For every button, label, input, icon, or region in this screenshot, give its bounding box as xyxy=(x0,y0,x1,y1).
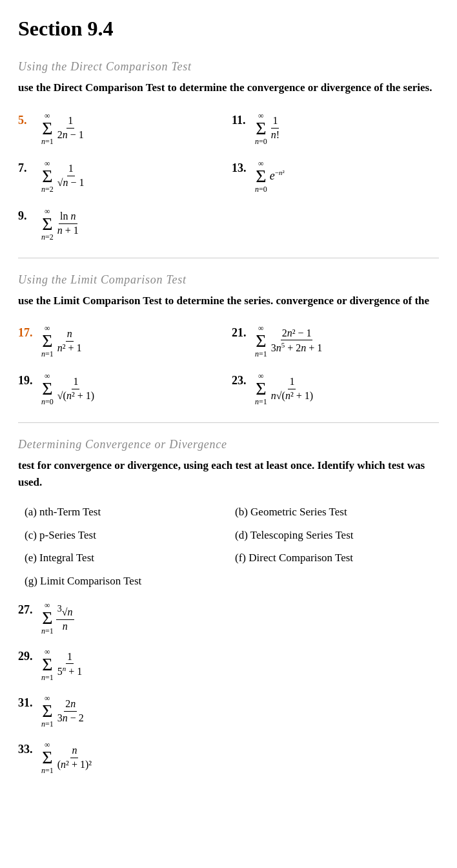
problem-23: 23. ∞ Σ n=1 1 n√(n² + 1) xyxy=(232,368,439,409)
sigma-9: ∞ Σ n=2 xyxy=(41,207,54,241)
sigma-27: ∞ Σ n=1 xyxy=(41,601,54,635)
problem-19: 19. ∞ Σ n=0 1 √(n² + 1) xyxy=(18,368,225,409)
problem-17: 17. ∞ Σ n=1 n n² + 1 xyxy=(18,320,225,362)
problem-33-num: 33. xyxy=(18,741,36,758)
divider-1 xyxy=(18,258,439,258)
frac-21: 2n² − 1 3n5 + 2n + 1 xyxy=(270,327,324,356)
sigma-21: ∞ Σ n=1 xyxy=(255,324,267,358)
sigma-7: ∞ Σ n=2 xyxy=(41,160,54,193)
frac-11: 1 n! xyxy=(270,114,281,142)
test-list: (a) nth-Term Test (b) Geometric Series T… xyxy=(25,502,439,591)
sigma-29: ∞ Σ n=1 xyxy=(41,648,54,681)
direct-comparison-instruction: use the Direct Comparison Test to determ… xyxy=(18,79,439,96)
problem-7: 7. ∞ Σ n=2 1 √n − 1 xyxy=(18,156,225,197)
frac-17: n n² + 1 xyxy=(56,327,83,355)
test-c: (c) p-Series Test xyxy=(25,525,228,546)
problem-11: 11. ∞ Σ n=0 1 n! xyxy=(232,108,439,149)
determining-section: Determining Convergence or Divergence te… xyxy=(18,436,439,778)
problem-13-num: 13. xyxy=(232,160,250,177)
problem-27: 27. ∞ Σ n=1 3√n n xyxy=(18,597,439,639)
test-e: (e) Integral Test xyxy=(25,548,228,568)
sigma-5: ∞ Σ n=1 xyxy=(41,112,54,145)
test-f: (f) Direct Comparison Test xyxy=(235,548,439,568)
frac-31: 2n 3n − 2 xyxy=(56,698,85,725)
direct-comparison-subtitle: Using the Direct Comparison Test xyxy=(18,58,439,76)
problem-29: 29. ∞ Σ n=1 1 5n + 1 xyxy=(18,644,439,685)
problem-5: 5. ∞ Σ n=1 1 2n − 1 xyxy=(18,108,225,149)
frac-33: n (n² + 1)² xyxy=(56,744,93,772)
sigma-13: ∞ Σ n=0 xyxy=(255,160,267,193)
problem-33: 33. ∞ Σ n=1 n (n² + 1)² xyxy=(18,737,439,778)
direct-comparison-section: Using the Direct Comparison Test use the… xyxy=(18,58,439,245)
problem-9: 9. ∞ Σ n=2 ln n n + 1 xyxy=(18,203,225,245)
direct-comparison-problems: 5. ∞ Σ n=1 1 2n − 1 11. ∞ Σ n=0 xyxy=(18,108,439,245)
problem-29-num: 29. xyxy=(18,648,36,665)
problem-19-num: 19. xyxy=(18,372,36,389)
frac-19: 1 √(n² + 1) xyxy=(56,375,96,403)
divider-2 xyxy=(18,422,439,423)
problem-17-num: 17. xyxy=(18,324,36,342)
limit-comparison-instruction: use the Limit Comparison Test to determi… xyxy=(18,293,439,309)
sigma-23: ∞ Σ n=1 xyxy=(255,372,267,406)
sigma-31: ∞ Σ n=1 xyxy=(41,694,54,728)
frac-29: 1 5n + 1 xyxy=(56,650,84,679)
problem-9-num: 9. xyxy=(18,207,36,225)
determining-instruction: test for convergence or divergence, usin… xyxy=(18,457,439,490)
frac-7: 1 √n − 1 xyxy=(56,162,86,190)
sigma-11: ∞ Σ n=0 xyxy=(255,112,267,145)
test-b: (b) Geometric Series Test xyxy=(235,502,439,522)
sigma-19: ∞ Σ n=0 xyxy=(41,372,54,406)
frac-5: 1 2n − 1 xyxy=(56,114,85,142)
test-g: (g) Limit Comparison Test xyxy=(25,571,228,592)
sigma-33: ∞ Σ n=1 xyxy=(41,741,54,774)
frac-9: ln n n + 1 xyxy=(56,210,80,238)
frac-23: 1 n√(n² + 1) xyxy=(270,375,314,403)
problem-23-num: 23. xyxy=(232,372,250,389)
section-title: Section 9.4 xyxy=(18,13,439,44)
problem-31: 31. ∞ Σ n=1 2n 3n − 2 xyxy=(18,690,439,732)
problem-11-num: 11. xyxy=(232,112,250,129)
problem-27-num: 27. xyxy=(18,601,36,619)
test-d: (d) Telescoping Series Test xyxy=(235,525,439,546)
sigma-17: ∞ Σ n=1 xyxy=(41,324,54,358)
problem-21: 21. ∞ Σ n=1 2n² − 1 3n5 + 2n + 1 xyxy=(232,320,439,362)
problem-21-num: 21. xyxy=(232,324,250,342)
problem-31-num: 31. xyxy=(18,694,36,712)
limit-comparison-section: Using the Limit Comparison Test use the … xyxy=(18,271,439,410)
frac-27: 3√n n xyxy=(56,603,74,634)
problem-13: 13. ∞ Σ n=0 e−n² xyxy=(232,156,439,197)
problem-5-num: 5. xyxy=(18,112,36,129)
problem-7-num: 7. xyxy=(18,160,36,177)
test-a: (a) nth-Term Test xyxy=(25,502,228,522)
limit-comparison-subtitle: Using the Limit Comparison Test xyxy=(18,271,439,289)
limit-comparison-problems: 17. ∞ Σ n=1 n n² + 1 21. ∞ Σ n=1 xyxy=(18,320,439,409)
determining-subtitle: Determining Convergence or Divergence xyxy=(18,436,439,453)
